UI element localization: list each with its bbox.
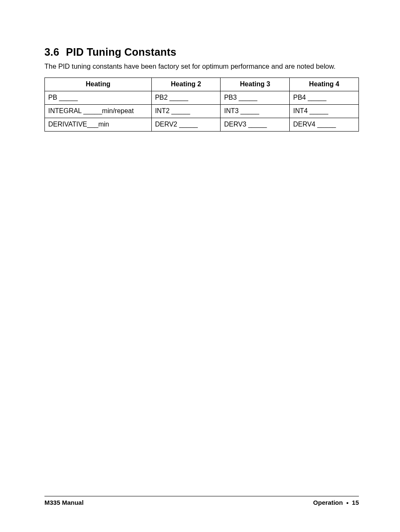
- section-title: PID Tuning Constants: [66, 46, 176, 58]
- section-heading: 3.6PID Tuning Constants: [44, 46, 359, 58]
- cell: DERIVATIVE___min: [45, 118, 152, 132]
- table-row: DERIVATIVE___min DERV2 _____ DERV3 _____…: [45, 118, 359, 132]
- col-header: Heating 2: [151, 78, 221, 91]
- cell: PB2 _____: [151, 91, 221, 105]
- col-header: Heating 3: [221, 78, 290, 91]
- footer-page-number: 15: [352, 499, 359, 506]
- table-header-row: Heating Heating 2 Heating 3 Heating 4: [45, 78, 359, 91]
- cell: DERV4 _____: [290, 118, 359, 132]
- pid-table: Heating Heating 2 Heating 3 Heating 4 PB…: [44, 77, 359, 132]
- intro-paragraph: The PID tuning constants have been facto…: [44, 62, 359, 71]
- cell: INT3 _____: [221, 105, 290, 118]
- section-number: 3.6: [44, 46, 59, 58]
- cell: PB _____: [45, 91, 152, 105]
- footer-section: Operation: [313, 499, 343, 506]
- cell: PB4 _____: [290, 91, 359, 105]
- cell: INTEGRAL _____min/repeat: [45, 105, 152, 118]
- document-page: 3.6PID Tuning Constants The PID tuning c…: [0, 0, 400, 532]
- footer-rule: [44, 496, 359, 496]
- col-header: Heating 4: [290, 78, 359, 91]
- cell: DERV3 _____: [221, 118, 290, 132]
- table-row: PB _____ PB2 _____ PB3 _____ PB4 _____: [45, 91, 359, 105]
- cell: INT2 _____: [151, 105, 221, 118]
- page-footer: M335 Manual Operation • 15: [44, 496, 359, 507]
- footer-right: Operation • 15: [313, 499, 359, 507]
- cell: DERV2 _____: [151, 118, 221, 132]
- footer-separator: •: [346, 499, 348, 506]
- cell: PB3 _____: [221, 91, 290, 105]
- cell: INT4 _____: [290, 105, 359, 118]
- col-header: Heating: [45, 78, 152, 91]
- footer-left: M335 Manual: [44, 499, 83, 507]
- table-row: INTEGRAL _____min/repeat INT2 _____ INT3…: [45, 105, 359, 118]
